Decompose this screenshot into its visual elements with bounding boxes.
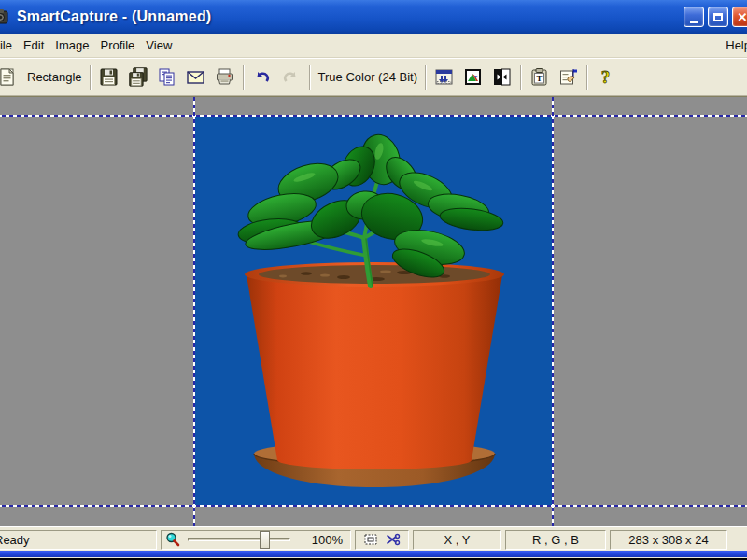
titlebar: SmartCapture - (Unnamed) ✕	[0, 0, 747, 34]
svg-text:?: ?	[601, 67, 611, 87]
close-icon: ✕	[738, 11, 747, 23]
selection-rect-icon[interactable]	[363, 532, 378, 547]
zoom-value: 100%	[312, 533, 346, 547]
svg-text:T: T	[537, 74, 543, 83]
menu-file[interactable]: File	[0, 35, 18, 56]
capture-shape-icon[interactable]	[0, 67, 17, 88]
status-message: Ready	[0, 533, 30, 547]
properties-icon[interactable]	[558, 67, 579, 88]
minimize-button[interactable]	[684, 7, 704, 27]
cursor-position-panel: X , Y	[413, 530, 501, 550]
window-title: SmartCapture - (Unnamed)	[17, 8, 684, 25]
menubar: File Edit Image Profile View Help	[0, 34, 747, 58]
app-icon	[0, 7, 11, 27]
statusbar: Ready 100% X , Y	[0, 526, 747, 551]
menu-profile[interactable]: Profile	[95, 35, 141, 56]
color-depth-label[interactable]: True Color (24 Bit)	[318, 70, 417, 84]
zoom-slider-thumb[interactable]	[260, 531, 270, 549]
cursor-position-label: X , Y	[444, 533, 471, 547]
image-dimensions-panel: 283 x 308 x 24	[610, 530, 727, 550]
magnifier-icon	[165, 532, 180, 547]
zoom-panel: 100%	[161, 530, 351, 550]
selection-guide-right[interactable]	[552, 97, 554, 526]
capture-shape-label[interactable]: Rectangle	[27, 70, 82, 84]
minimize-icon	[690, 21, 698, 23]
invert-icon[interactable]	[492, 67, 513, 88]
print-icon[interactable]	[215, 67, 235, 88]
save-all-icon[interactable]	[128, 67, 148, 88]
smartcapture-window: SmartCapture - (Unnamed) ✕ File Edit Ima…	[0, 0, 747, 558]
save-icon[interactable]	[99, 67, 120, 88]
undo-icon[interactable]	[252, 67, 273, 88]
pixel-color-panel: R , G , B	[505, 530, 606, 550]
help-icon[interactable]: ?	[596, 67, 616, 88]
toolbar: Rectangle	[0, 58, 747, 96]
menu-view[interactable]: View	[140, 35, 177, 56]
paste-text-icon[interactable]: T	[529, 67, 550, 88]
selection-guide-left[interactable]	[193, 97, 195, 526]
redo-icon[interactable]	[281, 67, 302, 88]
zoom-slider[interactable]	[188, 538, 290, 541]
capture-window-icon[interactable]	[434, 67, 455, 88]
window-bottom-border	[0, 551, 747, 557]
menu-edit[interactable]: Edit	[18, 35, 49, 56]
potted-plant-image[interactable]	[194, 116, 552, 505]
maximize-icon	[713, 13, 723, 21]
menu-image[interactable]: Image	[49, 35, 94, 56]
menu-help[interactable]: Help	[720, 35, 747, 56]
maximize-button[interactable]	[708, 7, 728, 27]
email-icon[interactable]	[186, 67, 206, 88]
image-dimensions: 283 x 308 x 24	[628, 533, 708, 547]
image-color-icon[interactable]	[463, 67, 484, 88]
scissors-icon[interactable]	[386, 532, 401, 547]
close-button[interactable]: ✕	[732, 7, 747, 27]
selection-guide-bottom[interactable]	[0, 505, 747, 507]
status-message-panel: Ready	[0, 530, 157, 550]
selection-tools-panel	[355, 530, 409, 550]
copy-icon[interactable]	[157, 67, 177, 88]
pixel-color-label: R , G , B	[532, 533, 579, 547]
capture-workspace	[0, 96, 747, 526]
selection-guide-top[interactable]	[0, 115, 747, 117]
